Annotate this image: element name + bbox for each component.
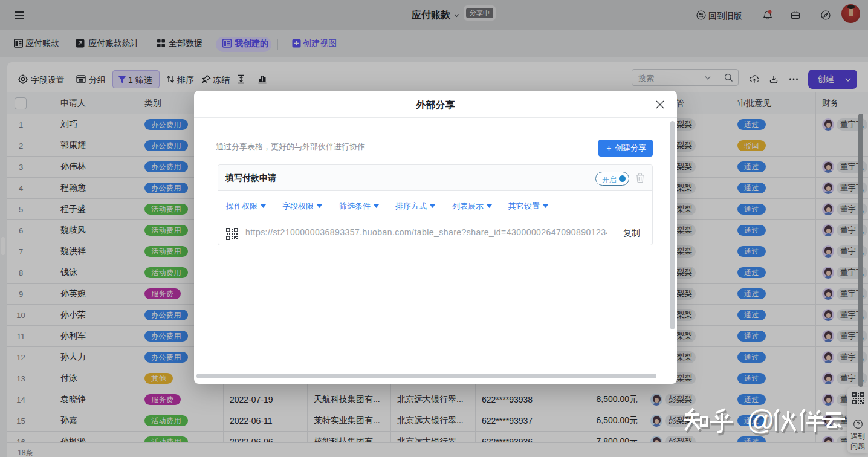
svg-text:@: @ [747, 404, 775, 436]
